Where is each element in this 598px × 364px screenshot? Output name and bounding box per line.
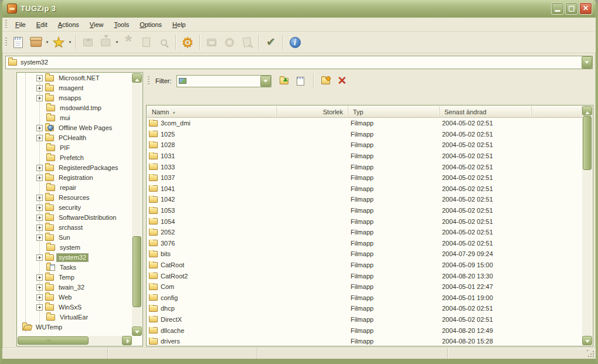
tree-vertical-scrollbar[interactable] [132, 73, 142, 336]
wizard-button[interactable] [262, 33, 280, 51]
filter-combobox[interactable] [176, 75, 271, 87]
menu-item-options[interactable]: Options [135, 19, 167, 30]
expand-plus-icon[interactable] [36, 85, 43, 91]
expand-plus-icon[interactable] [36, 135, 43, 141]
tree-item-security[interactable]: security [18, 203, 132, 213]
file-row[interactable]: 1025Filmapp2004-05-02 02:51 [147, 129, 582, 140]
expand-plus-icon[interactable] [36, 304, 43, 311]
file-row[interactable]: CatRoot2Filmapp2004-08-20 13:30 [147, 270, 582, 281]
add-files-button[interactable] [79, 33, 97, 51]
maximize-button[interactable]: ▢ [565, 2, 578, 15]
expand-plus-icon[interactable] [36, 274, 43, 281]
expand-plus-icon[interactable] [36, 234, 43, 241]
view-file-button[interactable] [155, 33, 172, 51]
address-dropdown-button[interactable] [582, 56, 592, 69]
file-row[interactable]: 1053Filmapp2004-05-02 02:51 [147, 205, 582, 216]
close-button[interactable]: ✕ [579, 2, 592, 15]
scroll-down-button[interactable] [132, 326, 142, 336]
delete-files-button[interactable] [120, 33, 137, 51]
tree-item-msdownld-tmp[interactable]: msdownld.tmp [18, 103, 132, 113]
expand-plus-icon[interactable] [36, 175, 43, 181]
file-row[interactable]: 1054Filmapp2004-05-02 02:51 [147, 216, 582, 227]
tree-item-twain_32[interactable]: twain_32 [18, 283, 132, 292]
scroll-up-button[interactable] [132, 73, 142, 83]
tree-item-prefetch[interactable]: Prefetch [18, 153, 132, 163]
tree-item-softwaredistribution[interactable]: SoftwareDistribution [18, 213, 132, 223]
tree-item-wutemp[interactable]: WUTemp [18, 322, 132, 332]
expand-plus-icon[interactable] [36, 215, 43, 221]
dropdown-caret-icon[interactable] [45, 33, 50, 51]
tree-hscrollbar-thumb[interactable] [18, 336, 89, 345]
expand-plus-icon[interactable] [36, 294, 43, 301]
file-row[interactable]: 1031Filmapp2004-05-02 02:51 [147, 151, 582, 162]
menu-item-tools[interactable]: Tools [109, 19, 134, 30]
options-button[interactable] [179, 33, 196, 51]
file-row[interactable]: 1037Filmapp2004-05-02 02:51 [147, 172, 582, 183]
menu-item-actions[interactable]: Actions [53, 19, 84, 30]
tree-item-msagent[interactable]: msagent [18, 83, 132, 93]
expand-plus-icon[interactable] [36, 165, 43, 171]
menu-item-view[interactable]: View [85, 19, 108, 30]
resize-grip[interactable] [587, 350, 594, 358]
tree-item-sun[interactable]: Sun [18, 233, 132, 243]
menu-item-file[interactable]: File [11, 19, 30, 30]
tree-item-temp[interactable]: Temp [18, 273, 132, 283]
file-row[interactable]: 2052Filmapp2004-05-02 02:51 [147, 227, 582, 238]
scroll-up-button[interactable] [582, 106, 592, 115]
tree-item-web[interactable]: Web [18, 292, 132, 302]
favorites-button[interactable] [50, 33, 67, 51]
tree-item-registeredpackages[interactable]: RegisteredPackages [18, 163, 132, 173]
scroll-right-button[interactable] [122, 336, 132, 345]
scroll-down-button[interactable] [582, 336, 592, 345]
new-archive-button[interactable] [9, 33, 27, 51]
extract-files-button[interactable] [97, 33, 114, 51]
menu-item-edit[interactable]: Edit [32, 19, 52, 30]
dropdown-caret-icon[interactable] [67, 33, 73, 51]
file-row[interactable]: dhcpFilmapp2004-05-02 02:51 [147, 303, 582, 314]
address-combobox[interactable]: system32 [5, 56, 593, 69]
tree-item-msapps[interactable]: msapps [18, 93, 132, 103]
tree-item-virtualear[interactable]: VirtualEar [18, 312, 132, 322]
tree-item-registration[interactable]: Registration [18, 173, 132, 183]
tree-item-offline-web-pages[interactable]: Offline Web Pages [18, 123, 132, 133]
minimize-button[interactable]: ▬ [551, 2, 564, 15]
about-button[interactable] [286, 33, 304, 51]
expand-plus-icon[interactable] [36, 195, 43, 201]
repair-archive-button[interactable] [220, 33, 238, 51]
file-row[interactable]: CatRootFilmapp2004-05-09 15:00 [147, 260, 582, 271]
test-archive-button[interactable] [137, 33, 155, 51]
clear-filter-button[interactable] [335, 74, 349, 88]
expand-plus-icon[interactable] [36, 205, 43, 211]
file-row[interactable]: 1028Filmapp2004-05-02 02:51 [147, 140, 582, 151]
file-row[interactable]: 1041Filmapp2004-05-02 02:51 [147, 183, 582, 195]
edit-filter-button[interactable] [294, 74, 308, 88]
file-row[interactable]: 1042Filmapp2004-05-02 02:51 [147, 194, 582, 205]
file-row[interactable]: dllcacheFilmapp2004-08-20 12:49 [147, 325, 582, 336]
tree-item-pchealth[interactable]: PCHealth [18, 133, 132, 143]
expand-plus-icon[interactable] [36, 125, 43, 131]
dropdown-caret-icon[interactable] [114, 33, 120, 51]
tree-item-mui[interactable]: mui [18, 113, 132, 123]
file-row[interactable]: driversFilmapp2004-08-20 15:28 [147, 336, 582, 345]
column-header-typ[interactable]: Typ [348, 106, 440, 117]
column-header-filler[interactable] [532, 106, 582, 117]
file-row[interactable]: DirectXFilmapp2004-05-02 02:51 [147, 314, 582, 325]
tree-scrollbar-thumb[interactable] [132, 236, 141, 307]
column-header-namn[interactable]: Namn [147, 106, 277, 117]
script-button[interactable] [238, 33, 256, 51]
file-row[interactable]: configFilmapp2004-05-01 19:00 [147, 292, 582, 304]
open-archive-button[interactable] [27, 33, 45, 51]
convert-archive-button[interactable] [203, 33, 220, 51]
file-row[interactable]: 1033Filmapp2004-05-02 02:51 [147, 161, 582, 172]
list-vertical-scrollbar[interactable] [582, 106, 592, 345]
tree-item-resources[interactable]: Resources [18, 193, 132, 203]
file-row[interactable]: bitsFilmapp2004-07-29 09:24 [147, 249, 582, 260]
tree-item-microsoft-net[interactable]: Microsoft.NET [18, 73, 132, 83]
file-row[interactable]: 3com_dmiFilmapp2004-05-02 02:51 [147, 118, 582, 129]
file-row[interactable]: ComFilmapp2004-05-01 22:47 [147, 281, 582, 292]
tree-item-pif[interactable]: PIF [18, 143, 132, 153]
column-header-storlek[interactable]: Storlek [277, 106, 348, 117]
tree-item-system[interactable]: system [18, 243, 132, 253]
tree-item-system32[interactable]: system32 [18, 253, 132, 263]
menu-item-help[interactable]: Help [168, 19, 191, 30]
